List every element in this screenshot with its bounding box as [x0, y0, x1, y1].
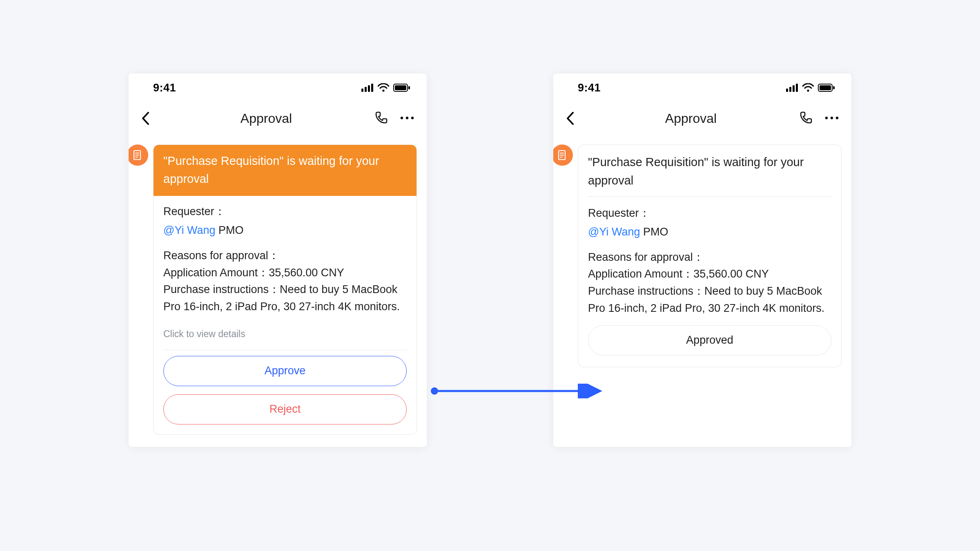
approval-card[interactable]: "Purchase Requisition" is waiting for yo…	[578, 144, 842, 367]
battery-icon	[393, 84, 410, 92]
svg-rect-16	[789, 87, 791, 92]
svg-rect-7	[408, 86, 410, 89]
svg-point-24	[831, 117, 833, 119]
page-title: Approval	[158, 111, 374, 126]
svg-point-23	[825, 117, 828, 119]
app-avatar	[553, 144, 573, 166]
view-details-link[interactable]: Click to view details	[163, 324, 407, 347]
status-bar: 9:41	[553, 73, 851, 102]
svg-rect-3	[371, 84, 373, 92]
signal-icon	[361, 84, 374, 92]
status-icons	[361, 83, 410, 92]
more-icon	[824, 116, 839, 120]
svg-rect-18	[796, 84, 798, 92]
amount-line: Application Amount：35,560.00 CNY	[588, 266, 831, 283]
status-time: 9:41	[153, 82, 176, 94]
document-icon	[133, 150, 143, 160]
reject-button[interactable]: Reject	[163, 394, 407, 424]
approve-button[interactable]: Approve	[163, 356, 407, 386]
svg-rect-17	[793, 85, 795, 92]
nav-bar: Approval	[129, 102, 427, 135]
wifi-icon	[802, 83, 814, 92]
amount-line: Application Amount：35,560.00 CNY	[163, 264, 407, 282]
divider	[588, 196, 831, 197]
requester-role: PMO	[218, 224, 244, 236]
approval-card[interactable]: "Purchase Requisition" is waiting for yo…	[153, 144, 417, 435]
approved-pill: Approved	[588, 325, 831, 355]
card-title: "Purchase Requisition" is waiting for yo…	[154, 145, 416, 196]
svg-rect-15	[786, 89, 788, 92]
page-title: Approval	[583, 111, 799, 126]
call-button[interactable]	[799, 111, 813, 126]
more-icon	[400, 116, 414, 120]
phone-before: 9:41 Approval	[129, 73, 427, 447]
requester-mention[interactable]: @Yi Wang	[588, 226, 640, 238]
requester-label: Requester：	[163, 203, 407, 220]
instructions-line: Purchase instructions：Need to buy 5 MacB…	[588, 283, 831, 317]
status-bar: 9:41	[129, 73, 427, 102]
card-title: "Purchase Requisition" is waiting for yo…	[588, 153, 831, 190]
svg-rect-2	[368, 85, 370, 92]
svg-rect-1	[365, 87, 367, 92]
wifi-icon	[378, 83, 389, 92]
requester-role: PMO	[643, 226, 668, 238]
svg-point-19	[807, 89, 809, 91]
app-avatar	[129, 144, 148, 166]
requester-mention[interactable]: @Yi Wang	[163, 224, 215, 236]
phone-icon	[374, 111, 388, 124]
divider	[163, 350, 407, 350]
document-icon	[557, 150, 567, 160]
reasons-label: Reasons for approval：	[163, 247, 407, 264]
reasons-label: Reasons for approval：	[588, 249, 831, 266]
instructions-line: Purchase instructions：Need to buy 5 MacB…	[163, 281, 407, 315]
svg-point-25	[836, 117, 838, 119]
transition-arrow-icon	[429, 384, 608, 398]
nav-bar: Approval	[553, 102, 851, 135]
svg-point-10	[411, 117, 414, 119]
chevron-left-icon	[141, 111, 150, 125]
battery-icon	[818, 84, 835, 92]
status-icons	[786, 83, 835, 92]
chevron-left-icon	[566, 111, 575, 125]
call-button[interactable]	[374, 111, 388, 126]
phone-icon	[799, 111, 813, 124]
svg-point-8	[401, 117, 403, 119]
status-time: 9:41	[578, 82, 601, 94]
svg-rect-6	[395, 85, 406, 90]
svg-point-4	[382, 89, 384, 91]
svg-rect-22	[833, 86, 835, 89]
signal-icon	[786, 84, 798, 92]
more-button[interactable]	[400, 115, 414, 122]
svg-rect-21	[820, 85, 831, 90]
requester-label: Requester：	[588, 205, 831, 222]
more-button[interactable]	[824, 115, 839, 122]
svg-rect-0	[361, 89, 363, 92]
svg-point-9	[406, 117, 408, 119]
